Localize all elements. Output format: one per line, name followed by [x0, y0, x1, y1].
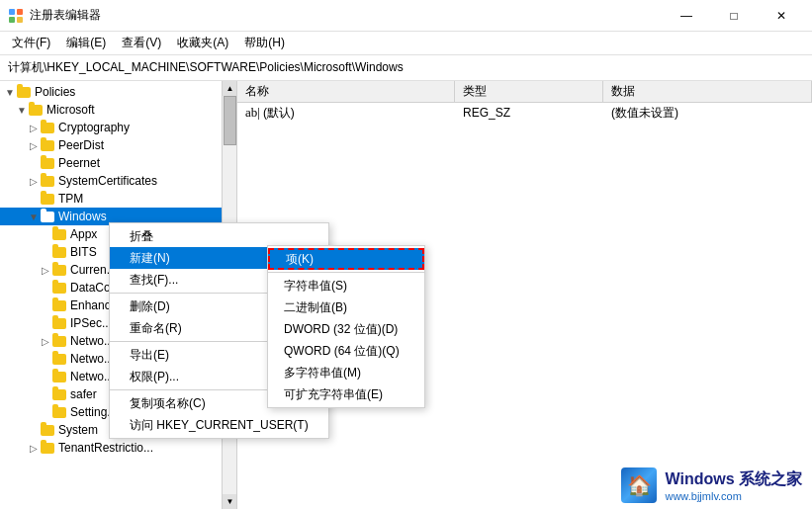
folder-icon	[40, 174, 55, 188]
folder-icon	[51, 387, 67, 401]
expand-arrow: ▼	[16, 105, 28, 116]
tree-item-microsoft[interactable]: ▼ Microsoft	[0, 101, 236, 119]
expand-arrow: ▷	[40, 336, 51, 347]
watermark-info: Windows 系统之家 www.bjjmlv.com	[665, 469, 802, 502]
title-controls: — □ ✕	[664, 4, 804, 28]
window-title: 注册表编辑器	[30, 7, 101, 24]
cell-data: (数值未设置)	[603, 103, 812, 123]
folder-icon	[51, 352, 67, 366]
col-header-type: 类型	[455, 81, 603, 102]
minimize-button[interactable]: —	[664, 4, 709, 28]
expand-arrow: ▷	[40, 265, 51, 276]
watermark-url: www.bjjmlv.com	[665, 490, 802, 502]
folder-icon	[51, 405, 67, 419]
folder-icon	[51, 316, 67, 330]
list-row[interactable]: ab| (默认) REG_SZ (数值未设置)	[237, 103, 812, 123]
scroll-thumb[interactable]	[224, 96, 236, 145]
watermark-logo: 🏠	[621, 467, 657, 503]
menu-favorites[interactable]: 收藏夹(A)	[169, 33, 236, 53]
folder-icon	[40, 192, 55, 206]
submenu-dword[interactable]: DWORD (32 位值)(D)	[268, 318, 424, 340]
folder-icon	[28, 103, 44, 117]
list-header: 名称 类型 数据	[237, 81, 812, 103]
folder-icon	[51, 334, 67, 348]
submenu-string[interactable]: 字符串值(S)	[268, 275, 424, 297]
tree-item-systemcerts[interactable]: ▷ SystemCertificates	[0, 172, 236, 190]
svg-rect-0	[9, 9, 15, 15]
ctx-access-hkcu[interactable]: 访问 HKEY_CURRENT_USER(T)	[110, 414, 328, 436]
ctx-collapse[interactable]: 折叠	[110, 225, 328, 247]
tree-item-tenant[interactable]: ▷ TenantRestrictio...	[0, 439, 236, 457]
menu-file[interactable]: 文件(F)	[4, 33, 58, 53]
folder-icon	[51, 370, 67, 383]
folder-icon	[51, 245, 67, 259]
menu-bar: 文件(F) 编辑(E) 查看(V) 收藏夹(A) 帮助(H)	[0, 32, 812, 55]
watermark: 🏠 Windows 系统之家 www.bjjmlv.com	[621, 467, 802, 503]
address-bar: 计算机\HKEY_LOCAL_MACHINE\SOFTWARE\Policies…	[0, 55, 812, 81]
tree-item-policies[interactable]: ▼ Policies	[0, 83, 236, 101]
folder-icon	[40, 441, 55, 455]
submenu-binary[interactable]: 二进制值(B)	[268, 297, 424, 318]
folder-icon	[40, 121, 55, 134]
address-label: 计算机\HKEY_LOCAL_MACHINE\SOFTWARE\Policies…	[8, 59, 404, 76]
folder-icon	[51, 298, 67, 312]
svg-rect-2	[9, 17, 15, 23]
expand-arrow: ▷	[28, 140, 40, 151]
col-header-name: 名称	[237, 81, 455, 102]
cell-name: ab| (默认)	[237, 103, 455, 123]
submenu: 项(K) 字符串值(S) 二进制值(B) DWORD (32 位值)(D) QW…	[267, 245, 425, 408]
folder-icon	[40, 423, 55, 437]
folder-icon	[51, 227, 67, 241]
maximize-button[interactable]: □	[711, 4, 757, 28]
menu-view[interactable]: 查看(V)	[114, 33, 169, 53]
tree-item-tpm[interactable]: TPM	[0, 190, 236, 208]
tree-item-cryptography[interactable]: ▷ Cryptography	[0, 119, 236, 136]
submenu-expandstring[interactable]: 可扩充字符串值(E)	[268, 383, 424, 405]
folder-icon	[51, 281, 67, 295]
scroll-down-button[interactable]: ▼	[223, 494, 237, 509]
folder-icon	[40, 210, 55, 223]
menu-help[interactable]: 帮助(H)	[236, 33, 293, 53]
scroll-up-button[interactable]: ▲	[223, 81, 237, 96]
close-button[interactable]: ✕	[759, 4, 804, 28]
submenu-multistring[interactable]: 多字符串值(M)	[268, 362, 424, 383]
app-icon	[8, 8, 24, 24]
expand-arrow: ▷	[28, 123, 40, 133]
submenu-separator	[268, 272, 424, 273]
folder-icon	[40, 138, 55, 152]
expand-arrow: ▷	[28, 443, 40, 454]
tree-item-peerdist[interactable]: ▷ PeerDist	[0, 136, 236, 154]
folder-icon	[51, 263, 67, 277]
col-header-data: 数据	[603, 81, 812, 102]
submenu-key[interactable]: 项(K)	[268, 248, 424, 270]
watermark-brand: Windows 系统之家	[665, 469, 802, 490]
expand-arrow: ▼	[28, 212, 40, 222]
expand-arrow: ▼	[4, 87, 16, 98]
title-bar-left: 注册表编辑器	[8, 7, 101, 24]
value-icon: ab|	[245, 105, 260, 121]
tree-item-peernet[interactable]: Peernet	[0, 154, 236, 172]
svg-rect-3	[17, 17, 23, 23]
title-bar: 注册表编辑器 — □ ✕	[0, 0, 812, 32]
submenu-qword[interactable]: QWORD (64 位值)(Q)	[268, 340, 424, 362]
svg-rect-1	[17, 9, 23, 15]
cell-type: REG_SZ	[455, 103, 603, 123]
expand-arrow: ▷	[28, 176, 40, 187]
folder-icon	[16, 85, 32, 99]
menu-edit[interactable]: 编辑(E)	[58, 33, 114, 53]
folder-icon	[40, 156, 55, 170]
